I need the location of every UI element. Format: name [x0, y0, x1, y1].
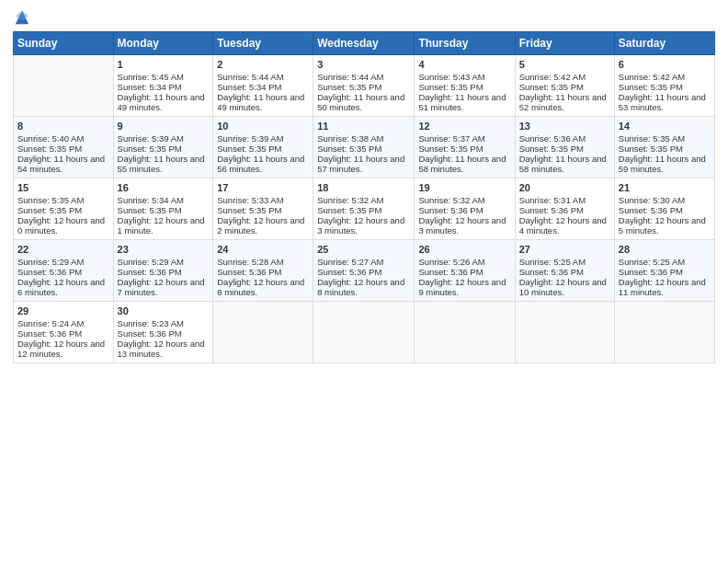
svg-marker-1: [16, 11, 28, 21]
page: SundayMondayTuesdayWednesdayThursdayFrid…: [0, 0, 728, 563]
daylight-text: Daylight: 12 hours and 11 minutes.: [619, 277, 706, 297]
daylight-text: Daylight: 11 hours and 53 minutes.: [619, 92, 706, 112]
calendar-cell: [415, 302, 515, 363]
daylight-text: Daylight: 12 hours and 1 minute.: [118, 215, 205, 236]
day-number: 1: [118, 59, 210, 70]
sunrise-text: Sunrise: 5:24 AM: [17, 318, 84, 328]
daylight-text: Daylight: 12 hours and 12 minutes.: [17, 339, 105, 359]
day-number: 10: [217, 121, 309, 132]
day-header-saturday: Saturday: [614, 32, 714, 55]
sunrise-text: Sunrise: 5:39 AM: [118, 133, 184, 144]
calendar-cell: 3Sunrise: 5:44 AMSunset: 5:35 PMDaylight…: [313, 55, 415, 117]
week-row-2: 8Sunrise: 5:40 AMSunset: 5:35 PMDaylight…: [14, 117, 715, 178]
day-header-wednesday: Wednesday: [313, 32, 415, 55]
daylight-text: Daylight: 11 hours and 54 minutes.: [17, 154, 105, 174]
sunset-text: Sunset: 5:36 PM: [317, 267, 381, 277]
day-header-tuesday: Tuesday: [213, 32, 313, 55]
sunset-text: Sunset: 5:35 PM: [217, 205, 281, 215]
calendar-cell: 15Sunrise: 5:35 AMSunset: 5:35 PMDayligh…: [14, 178, 114, 240]
day-number: 23: [118, 244, 210, 255]
calendar-cell: 4Sunrise: 5:43 AMSunset: 5:35 PMDaylight…: [415, 55, 515, 117]
day-number: 22: [17, 244, 109, 255]
sunrise-text: Sunrise: 5:25 AM: [519, 257, 586, 267]
daylight-text: Daylight: 11 hours and 58 minutes.: [418, 154, 506, 174]
day-number: 28: [619, 244, 711, 255]
sunrise-text: Sunrise: 5:34 AM: [118, 195, 184, 205]
sunrise-text: Sunrise: 5:29 AM: [17, 257, 84, 267]
sunrise-text: Sunrise: 5:42 AM: [519, 72, 586, 82]
sunset-text: Sunset: 5:36 PM: [118, 328, 182, 339]
calendar-cell: 22Sunrise: 5:29 AMSunset: 5:36 PMDayligh…: [14, 240, 114, 302]
sunset-text: Sunset: 5:36 PM: [619, 205, 683, 215]
calendar-cell: 24Sunrise: 5:28 AMSunset: 5:36 PMDayligh…: [213, 240, 313, 302]
day-number: 20: [519, 182, 610, 193]
day-number: 12: [418, 121, 510, 132]
daylight-text: Daylight: 12 hours and 9 minutes.: [418, 277, 506, 297]
day-number: 11: [317, 121, 410, 132]
day-number: 14: [619, 121, 711, 132]
sunrise-text: Sunrise: 5:28 AM: [217, 257, 283, 267]
daylight-text: Daylight: 12 hours and 6 minutes.: [17, 277, 105, 297]
sunrise-text: Sunrise: 5:37 AM: [418, 133, 484, 144]
sunrise-text: Sunrise: 5:26 AM: [418, 257, 484, 267]
week-row-5: 29Sunrise: 5:24 AMSunset: 5:36 PMDayligh…: [14, 302, 715, 363]
calendar-cell: [14, 55, 114, 117]
calendar-cell: 8Sunrise: 5:40 AMSunset: 5:35 PMDaylight…: [14, 117, 114, 178]
day-number: 6: [619, 59, 711, 70]
day-number: 2: [217, 59, 309, 70]
sunset-text: Sunset: 5:35 PM: [17, 144, 82, 154]
daylight-text: Daylight: 12 hours and 5 minutes.: [619, 215, 706, 236]
sunset-text: Sunset: 5:35 PM: [418, 82, 483, 92]
sunrise-text: Sunrise: 5:42 AM: [619, 72, 685, 82]
calendar-cell: 27Sunrise: 5:25 AMSunset: 5:36 PMDayligh…: [515, 240, 614, 302]
calendar-cell: 28Sunrise: 5:25 AMSunset: 5:36 PMDayligh…: [614, 240, 714, 302]
sunset-text: Sunset: 5:36 PM: [619, 267, 683, 277]
calendar-cell: [515, 302, 614, 363]
daylight-text: Daylight: 11 hours and 58 minutes.: [519, 154, 607, 174]
calendar-cell: 25Sunrise: 5:27 AMSunset: 5:36 PMDayligh…: [313, 240, 415, 302]
sunset-text: Sunset: 5:35 PM: [317, 82, 381, 92]
daylight-text: Daylight: 11 hours and 52 minutes.: [519, 92, 607, 112]
calendar-cell: 23Sunrise: 5:29 AMSunset: 5:36 PMDayligh…: [113, 240, 213, 302]
sunrise-text: Sunrise: 5:29 AM: [118, 257, 184, 267]
sunset-text: Sunset: 5:35 PM: [317, 144, 381, 154]
calendar-cell: 29Sunrise: 5:24 AMSunset: 5:36 PMDayligh…: [14, 302, 114, 363]
sunset-text: Sunset: 5:35 PM: [519, 144, 584, 154]
daylight-text: Daylight: 12 hours and 13 minutes.: [118, 339, 205, 359]
daylight-text: Daylight: 11 hours and 56 minutes.: [217, 154, 304, 174]
day-number: 16: [118, 182, 210, 193]
calendar-cell: [213, 302, 313, 363]
sunset-text: Sunset: 5:35 PM: [17, 205, 82, 215]
calendar-cell: 6Sunrise: 5:42 AMSunset: 5:35 PMDaylight…: [614, 55, 714, 117]
day-number: 30: [118, 305, 210, 316]
day-number: 4: [418, 59, 510, 70]
sunrise-text: Sunrise: 5:35 AM: [17, 195, 84, 205]
day-number: 3: [317, 59, 410, 70]
daylight-text: Daylight: 12 hours and 0 minutes.: [17, 215, 105, 236]
daylight-text: Daylight: 11 hours and 59 minutes.: [619, 154, 706, 174]
sunrise-text: Sunrise: 5:27 AM: [317, 257, 383, 267]
daylight-text: Daylight: 12 hours and 4 minutes.: [519, 215, 607, 236]
day-header-friday: Friday: [515, 32, 614, 55]
sunset-text: Sunset: 5:36 PM: [519, 205, 584, 215]
calendar-cell: 13Sunrise: 5:36 AMSunset: 5:35 PMDayligh…: [515, 117, 614, 178]
sunrise-text: Sunrise: 5:43 AM: [418, 72, 484, 82]
calendar-cell: 18Sunrise: 5:32 AMSunset: 5:35 PMDayligh…: [313, 178, 415, 240]
calendar-cell: 21Sunrise: 5:30 AMSunset: 5:36 PMDayligh…: [614, 178, 714, 240]
sunset-text: Sunset: 5:36 PM: [418, 267, 483, 277]
day-number: 27: [519, 244, 610, 255]
daylight-text: Daylight: 11 hours and 49 minutes.: [217, 92, 304, 112]
sunrise-text: Sunrise: 5:40 AM: [17, 133, 84, 144]
day-header-monday: Monday: [113, 32, 213, 55]
calendar-cell: 11Sunrise: 5:38 AMSunset: 5:35 PMDayligh…: [313, 117, 415, 178]
day-number: 19: [418, 182, 510, 193]
calendar-cell: 16Sunrise: 5:34 AMSunset: 5:35 PMDayligh…: [113, 178, 213, 240]
week-row-1: 1Sunrise: 5:45 AMSunset: 5:34 PMDaylight…: [14, 55, 715, 117]
calendar-cell: 19Sunrise: 5:32 AMSunset: 5:36 PMDayligh…: [415, 178, 515, 240]
daylight-text: Daylight: 12 hours and 8 minutes.: [217, 277, 304, 297]
sunset-text: Sunset: 5:36 PM: [217, 267, 281, 277]
day-header-thursday: Thursday: [415, 32, 515, 55]
sunrise-text: Sunrise: 5:39 AM: [217, 133, 283, 144]
sunrise-text: Sunrise: 5:23 AM: [118, 318, 184, 328]
calendar-table: SundayMondayTuesdayWednesdayThursdayFrid…: [13, 31, 715, 363]
